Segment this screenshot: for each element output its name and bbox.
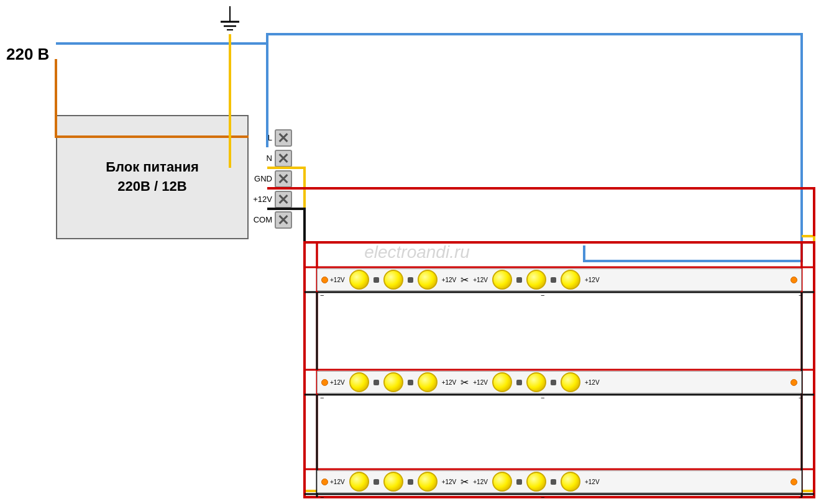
led-3-6	[561, 472, 580, 492]
led-strip-2: +12V +12V ✂ +12V +12V	[317, 371, 802, 393]
ground-symbol	[211, 6, 249, 34]
led-1-3	[418, 270, 438, 290]
led-2-6	[561, 372, 580, 392]
led-1-1	[349, 270, 369, 290]
wires-diagram	[0, 0, 834, 504]
terminal-block: L N GND +12V COM	[249, 127, 292, 230]
connector-dot	[321, 277, 328, 283]
led-2-3	[418, 372, 438, 392]
led-1-6	[561, 270, 580, 290]
led-3-2	[383, 472, 403, 492]
led-3-5	[526, 472, 546, 492]
led-1-2	[383, 270, 403, 290]
connector-dot-end	[790, 277, 797, 283]
led-3-1	[349, 472, 369, 492]
terminal-12V: +12V	[249, 189, 292, 209]
terminal-GND: GND	[249, 168, 292, 189]
led-strip-1: +12V +12V ✂ +12V +12V	[317, 268, 802, 291]
voltage-label: 220 В	[6, 45, 49, 64]
watermark: electroandi.ru	[364, 242, 470, 262]
power-supply-label: Блок питания 220В / 12В	[106, 158, 199, 196]
led-3-4	[492, 472, 512, 492]
terminal-L: L	[249, 127, 292, 148]
led-2-5	[526, 372, 546, 392]
power-supply-box: Блок питания 220В / 12В	[56, 115, 249, 239]
led-2-2	[383, 372, 403, 392]
led-1-4	[492, 270, 512, 290]
terminal-N: N	[249, 148, 292, 168]
led-1-5	[526, 270, 546, 290]
led-2-4	[492, 372, 512, 392]
led-strip-3: +12V +12V ✂ +12V +12V	[317, 470, 802, 493]
led-3-3	[418, 472, 438, 492]
led-2-1	[349, 372, 369, 392]
terminal-COM: COM	[249, 209, 292, 230]
diagram-container: electroandi.ru 220 В Блок питания 220В /…	[0, 0, 834, 504]
